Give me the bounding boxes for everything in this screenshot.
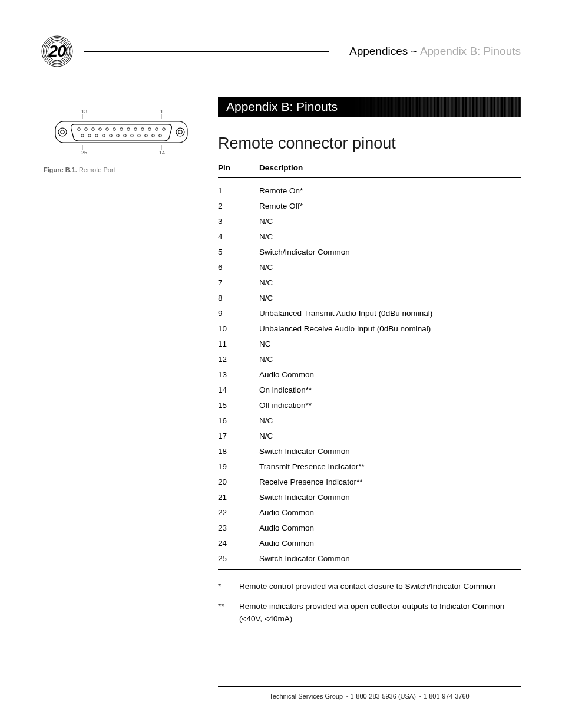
svg-point-11 <box>178 130 182 134</box>
footnote-mark: * <box>218 581 239 592</box>
table-row: 17N/C <box>218 429 521 444</box>
breadcrumb-page: Appendix B: Pinouts <box>420 45 521 57</box>
table-cell-desc: Audio Common <box>259 505 521 521</box>
table-cell-desc: Switch Indicator Common <box>259 551 521 569</box>
table-cell-desc: N/C <box>259 229 521 245</box>
table-cell-desc: Audio Common <box>259 521 521 536</box>
table-row: 9Unbalanced Transmit Audio Input (0dBu n… <box>218 306 521 321</box>
header-rule <box>84 51 329 52</box>
svg-point-12 <box>78 128 81 131</box>
table-cell-desc: N/C <box>259 413 521 429</box>
table-row: 22Audio Common <box>218 505 521 521</box>
table-cell-pin: 7 <box>218 275 259 291</box>
svg-point-10 <box>176 128 184 136</box>
svg-point-25 <box>81 134 84 137</box>
table-cell-desc: Transmit Presence Indicator** <box>259 459 521 475</box>
figure-pin-label-bl: 25 <box>81 150 87 156</box>
table-cell-desc: Off indication** <box>259 398 521 413</box>
table-cell-pin: 8 <box>218 291 259 306</box>
table-cell-desc: Receive Presence Indicator** <box>259 475 521 490</box>
table-cell-pin: 15 <box>218 398 259 413</box>
figure-caption-text: Remote Port <box>77 166 115 173</box>
svg-point-27 <box>95 134 98 137</box>
table-row: 8N/C <box>218 291 521 306</box>
svg-point-18 <box>120 128 123 131</box>
svg-point-13 <box>85 128 88 131</box>
table-row: 11NC <box>218 337 521 352</box>
table-cell-desc: Switch Indicator Common <box>259 490 521 505</box>
section-title: Remote connector pinout <box>218 134 521 153</box>
table-row: 24Audio Common <box>218 536 521 551</box>
table-row: 6N/C <box>218 260 521 275</box>
table-cell-pin: 12 <box>218 352 259 367</box>
table-cell-pin: 19 <box>218 459 259 475</box>
table-cell-desc: Audio Common <box>259 536 521 551</box>
table-cell-pin: 24 <box>218 536 259 551</box>
table-cell-pin: 6 <box>218 260 259 275</box>
figure-pin-label-br: 14 <box>159 150 165 156</box>
table-cell-pin: 3 <box>218 214 259 229</box>
table-row: 16N/C <box>218 413 521 429</box>
table-cell-desc: Switch/Indicator Common <box>259 245 521 260</box>
table-row: 3N/C <box>218 214 521 229</box>
table-cell-desc: Remote Off* <box>259 199 521 214</box>
svg-point-29 <box>110 134 113 137</box>
svg-point-17 <box>113 128 116 131</box>
svg-point-15 <box>99 128 102 131</box>
table-cell-pin: 23 <box>218 521 259 536</box>
table-cell-desc: Unbalanced Receive Audio Input (0dBu nom… <box>259 321 521 337</box>
figure-pin-label-tl: 13 <box>81 108 87 114</box>
footer-text: Technical Services Group ~ 1-800-283-593… <box>269 693 469 700</box>
table-rule <box>218 569 521 570</box>
table-row: 7N/C <box>218 275 521 291</box>
svg-point-28 <box>103 134 105 137</box>
table-cell-pin: 18 <box>218 444 259 459</box>
footnotes: *Remote control provided via contact clo… <box>218 581 521 625</box>
table-cell-pin: 14 <box>218 383 259 398</box>
svg-point-26 <box>88 134 91 137</box>
table-row: 13Audio Common <box>218 367 521 383</box>
table-row: 23Audio Common <box>218 521 521 536</box>
table-cell-pin: 5 <box>218 245 259 260</box>
footnote: *Remote control provided via contact clo… <box>218 581 521 592</box>
table-cell-pin: 17 <box>218 429 259 444</box>
table-row: 10Unbalanced Receive Audio Input (0dBu n… <box>218 321 521 337</box>
svg-point-14 <box>92 128 95 131</box>
table-row: 20Receive Presence Indicator** <box>218 475 521 490</box>
svg-point-16 <box>106 128 109 131</box>
table-row: 1Remote On* <box>218 177 521 199</box>
table-row: 4N/C <box>218 229 521 245</box>
figure-remote-port: 13 1 <box>41 108 201 173</box>
pinout-table-body: 1Remote On*2Remote Off*3N/C4N/C5Switch/I… <box>218 177 521 569</box>
table-cell-desc: N/C <box>259 260 521 275</box>
table-cell-desc: N/C <box>259 275 521 291</box>
table-cell-pin: 4 <box>218 229 259 245</box>
table-row: 2Remote Off* <box>218 199 521 214</box>
table-row: 25Switch Indicator Common <box>218 551 521 569</box>
table-cell-pin: 10 <box>218 321 259 337</box>
table-row: 5Switch/Indicator Common <box>218 245 521 260</box>
table-row: 15Off indication** <box>218 398 521 413</box>
table-cell-desc: N/C <box>259 214 521 229</box>
figure-caption-id: Figure B.1. <box>44 166 77 173</box>
page-number-badge: 20 <box>41 35 73 67</box>
table-cell-pin: 9 <box>218 306 259 321</box>
table-cell-pin: 2 <box>218 199 259 214</box>
footnote-text: Remote indicators provided via open coll… <box>239 601 521 625</box>
table-header-pin: Pin <box>218 163 259 177</box>
table-cell-pin: 21 <box>218 490 259 505</box>
table-cell-desc: Switch Indicator Common <box>259 444 521 459</box>
svg-point-35 <box>152 134 155 137</box>
banner-appendix-b: Appendix B: Pinouts <box>218 97 521 117</box>
table-cell-desc: N/C <box>259 291 521 306</box>
svg-point-36 <box>159 134 162 137</box>
svg-point-23 <box>156 128 158 131</box>
table-cell-pin: 20 <box>218 475 259 490</box>
breadcrumb-sep: ~ <box>408 45 420 57</box>
svg-point-19 <box>127 128 130 131</box>
pinout-table: Pin Description 1Remote On*2Remote Off*3… <box>218 163 521 569</box>
table-cell-pin: 22 <box>218 505 259 521</box>
table-cell-desc: Audio Common <box>259 367 521 383</box>
svg-point-31 <box>124 134 127 137</box>
page-number: 20 <box>48 42 65 61</box>
